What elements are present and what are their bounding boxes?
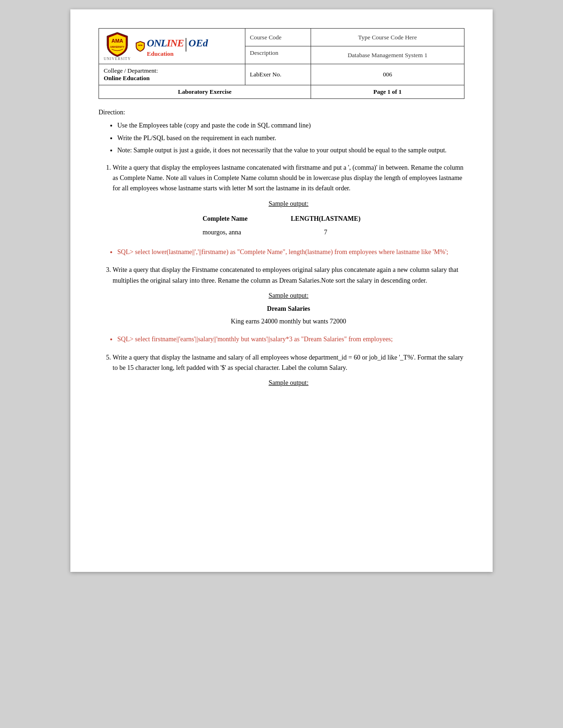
sample-output-label-2: Sample output:	[113, 291, 464, 301]
dream-salaries-section: Dream Salaries King earns 24000 monthly …	[113, 304, 464, 327]
sql-answer-2-text: SQL> select firstname||'earns'||salary||…	[117, 336, 393, 343]
university-label: UNIVERSITY	[104, 57, 131, 61]
question-2-text: Write a query that display the Firstname…	[113, 266, 458, 284]
small-ama-badge-icon: AMA	[135, 41, 146, 52]
questions-list: Write a query that display the employees…	[113, 163, 464, 389]
sql-answer-1: SQL> select lower(lastname||','||firstna…	[117, 247, 464, 257]
labexer-label: LabExer No.	[245, 64, 311, 85]
sql-answer-2: SQL> select firstname||'earns'||salary||…	[117, 334, 464, 345]
logo-cell: AMA UNIVERSITY UNIVERSITY AMA	[99, 29, 245, 64]
sample-output-table-1: Complete Name LENGTH(LASTNAME) mourgos, …	[202, 212, 376, 240]
education-text: Education	[147, 51, 174, 57]
header-table: AMA UNIVERSITY UNIVERSITY AMA	[99, 28, 464, 99]
ama-shield-icon: AMA UNIVERSITY	[106, 31, 129, 58]
svg-text:AMA: AMA	[138, 44, 143, 46]
college-dept-cell: College / Department: Online Education	[99, 64, 245, 85]
bullet-3: Note: Sample output is just a guide, it …	[117, 145, 464, 156]
sample-output-label-3: Sample output:	[113, 378, 464, 388]
bullet-2: Write the PL/SQL based on the requiremen…	[117, 133, 464, 143]
col-length-lastname: LENGTH(LASTNAME)	[263, 213, 375, 225]
question-1: Write a query that display the employees…	[113, 163, 464, 240]
question-3-text: Write a query that display the lastname …	[113, 354, 464, 371]
exercise-label: Laboratory Exercise	[99, 85, 311, 99]
pipe-separator: |	[184, 36, 187, 51]
dream-value: King earns 24000 monthly but wants 72000	[113, 316, 464, 327]
content-area: Direction: Use the Employees table (copy…	[99, 107, 464, 389]
bullet-1: Use the Employees table (copy and paste …	[117, 120, 464, 131]
course-code-label: Course Code	[245, 29, 311, 46]
svg-text:UNIVERSITY: UNIVERSITY	[110, 45, 125, 48]
college-dept-label: College / Department:	[104, 67, 158, 74]
college-dept-value: Online Education	[104, 75, 150, 82]
description-label: Description	[245, 46, 311, 64]
labexer-value: 006	[311, 64, 464, 85]
svg-text:AMA: AMA	[111, 38, 123, 44]
question-2: Write a query that display the Firstname…	[113, 265, 464, 327]
page: AMA UNIVERSITY UNIVERSITY AMA	[70, 9, 493, 572]
page-label: Page 1 of 1	[311, 85, 464, 99]
question-3: Write a query that display the lastname …	[113, 353, 464, 389]
direction-label: Direction:	[99, 107, 464, 118]
direction-bullets: Use the Employees table (copy and paste …	[117, 120, 464, 156]
sample-output-label-1: Sample output:	[113, 199, 464, 209]
online-text: ONLINE	[147, 38, 183, 48]
logo-area: AMA UNIVERSITY UNIVERSITY AMA	[104, 31, 240, 61]
output-row-1-col-2: 7	[263, 226, 375, 239]
output-row-1-col-1: mourgos, anna	[203, 226, 262, 239]
description-value: Database Management System 1	[311, 46, 464, 64]
sql-answer-1-text: SQL> select lower(lastname||','||firstna…	[117, 248, 448, 255]
ama-logo: AMA UNIVERSITY UNIVERSITY	[104, 31, 131, 61]
oed-text: OEd	[189, 38, 208, 48]
course-code-value: Type Course Code Here	[311, 29, 464, 46]
dream-title: Dream Salaries	[113, 304, 464, 314]
question-1-text: Write a query that display the employees…	[113, 164, 464, 192]
col-complete-name: Complete Name	[203, 213, 262, 225]
